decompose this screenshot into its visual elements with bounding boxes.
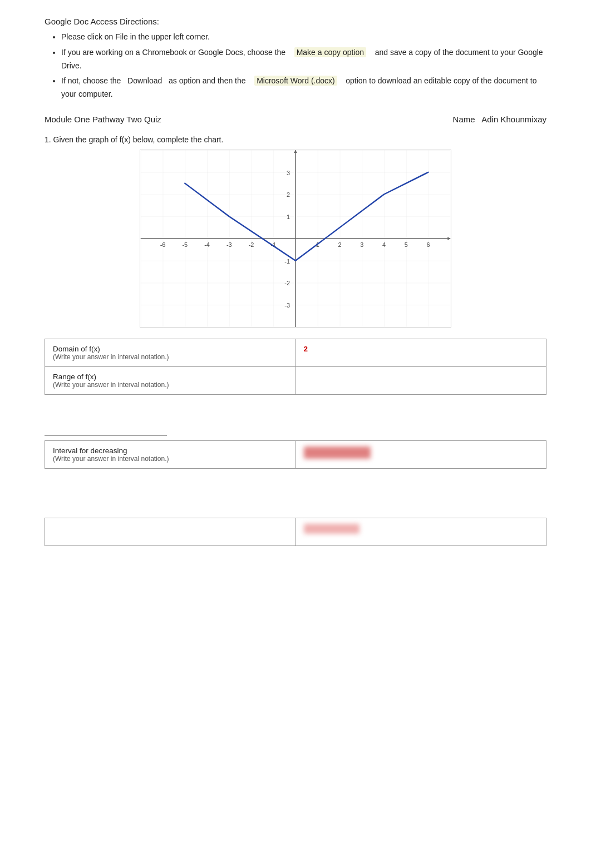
svg-text:-4: -4	[204, 241, 210, 248]
bottom-interval-table	[45, 518, 546, 546]
blurred-answer-1	[304, 447, 371, 459]
svg-text:-5: -5	[182, 241, 188, 248]
msword-highlight: Microsoft Word (.docx)	[254, 76, 337, 86]
blurred-answer-2	[304, 524, 359, 534]
interval-table: Interval for decreasing (Write your answ…	[45, 440, 546, 469]
student-name-field: Name Adin Khounmixay	[453, 115, 546, 124]
header-section: Google Doc Access Directions: Please cli…	[45, 17, 546, 101]
domain-label: Domain of f(x)	[53, 345, 288, 353]
bullet-3: If not, choose the Download as option an…	[61, 75, 546, 101]
graph-container: 1 2 3 4 5 6 -1 -2 -3 -4 -5 -6 1 2 3 -1 -…	[45, 150, 546, 328]
bullet-2: If you are working on a Chromebook or Go…	[61, 46, 546, 73]
bullet-3-part1: If not, choose the Download as option an…	[61, 76, 254, 85]
bottom-spacer	[45, 546, 546, 657]
header-title: Google Doc Access Directions:	[45, 17, 546, 26]
svg-text:2: 2	[338, 241, 341, 248]
svg-text:3: 3	[360, 241, 363, 248]
name-label: Name	[453, 115, 475, 124]
spacer-2	[45, 469, 546, 513]
spacer-1	[45, 401, 546, 435]
svg-text:6: 6	[426, 241, 430, 248]
graph-box: 1 2 3 4 5 6 -1 -2 -3 -4 -5 -6 1 2 3 -1 -…	[140, 150, 451, 328]
interval-decreasing-row: Interval for decreasing (Write your answ…	[45, 440, 546, 468]
bullet-2-part1: If you are working on a Chromebook or Go…	[61, 48, 294, 57]
domain-answer: 2	[304, 345, 308, 353]
bottom-interval-label-cell	[45, 518, 296, 545]
bullet-1: Please click on File in the upper left c…	[61, 31, 546, 44]
quiz-title: Module One Pathway Two Quiz	[45, 115, 161, 124]
quiz-title-row: Module One Pathway Two Quiz Name Adin Kh…	[45, 115, 546, 124]
svg-text:2: 2	[287, 191, 290, 198]
bottom-interval-row	[45, 518, 546, 545]
range-answer-cell	[296, 366, 546, 394]
bullet-1-text: Please click on File in the upper left c…	[61, 32, 210, 41]
svg-text:-2: -2	[284, 280, 290, 286]
range-sublabel: (Write your answer in interval notation.…	[53, 381, 288, 389]
range-label: Range of f(x)	[53, 373, 288, 381]
bottom-interval-answer-cell	[296, 518, 546, 545]
student-name-text: Adin Khounmixay	[481, 115, 546, 124]
domain-answer-cell: 2	[296, 339, 546, 366]
svg-text:-1: -1	[284, 258, 290, 265]
svg-text:4: 4	[382, 241, 386, 248]
domain-row: Domain of f(x) (Write your answer in int…	[45, 339, 546, 366]
question-1-section: 1. Given the graph of f(x) below, comple…	[45, 135, 546, 657]
question-1-label: 1. Given the graph of f(x) below, comple…	[45, 135, 546, 144]
svg-text:-2: -2	[249, 241, 254, 248]
domain-range-table: Domain of f(x) (Write your answer in int…	[45, 339, 546, 395]
h-line-left	[45, 435, 167, 436]
student-name-value	[477, 115, 480, 124]
interval-decreasing-answer-cell	[296, 440, 546, 468]
svg-text:1: 1	[287, 214, 290, 220]
range-row: Range of f(x) (Write your answer in inte…	[45, 366, 546, 394]
svg-text:-6: -6	[160, 241, 166, 248]
domain-sublabel: (Write your answer in interval notation.…	[53, 353, 288, 361]
interval-decreasing-label-cell: Interval for decreasing (Write your answ…	[45, 440, 296, 468]
directions-list: Please click on File in the upper left c…	[61, 31, 546, 101]
interval-decreasing-sublabel: (Write your answer in interval notation.…	[53, 455, 288, 463]
range-label-cell: Range of f(x) (Write your answer in inte…	[45, 366, 296, 394]
graph-svg: 1 2 3 4 5 6 -1 -2 -3 -4 -5 -6 1 2 3 -1 -…	[140, 150, 451, 327]
svg-text:5: 5	[405, 241, 408, 248]
interval-decreasing-label: Interval for decreasing	[53, 447, 288, 455]
make-copy-highlight: Make a copy option	[294, 47, 366, 57]
svg-text:3: 3	[287, 170, 290, 176]
divider-area	[45, 435, 546, 436]
svg-text:-3: -3	[284, 302, 290, 309]
domain-label-cell: Domain of f(x) (Write your answer in int…	[45, 339, 296, 366]
svg-text:-3: -3	[226, 241, 232, 248]
